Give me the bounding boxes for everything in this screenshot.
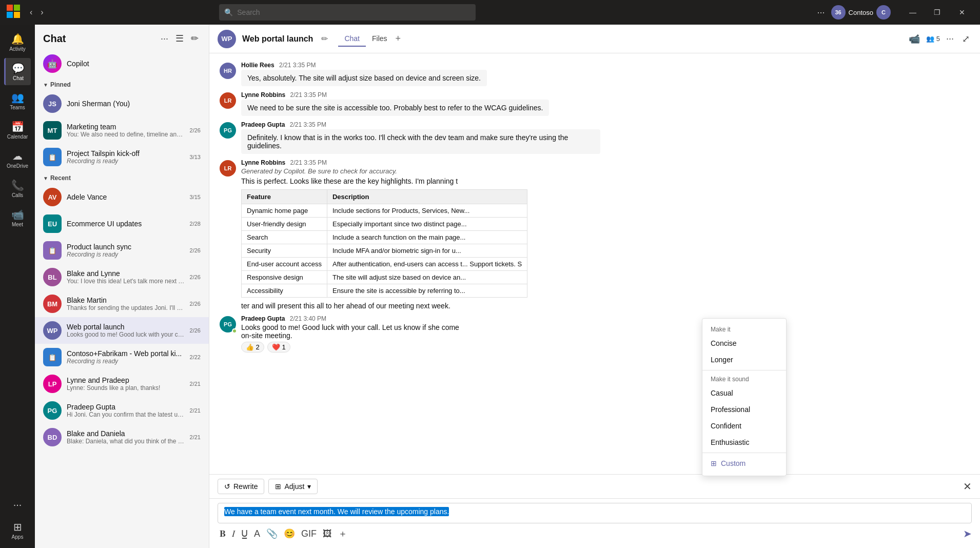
- dropdown-custom[interactable]: ⊞ Custom: [702, 455, 786, 472]
- close-rewrite-button[interactable]: ✕: [963, 480, 972, 493]
- chat-item-contoso[interactable]: 📋 Contoso+Fabrikam - Web portal ki... Re…: [35, 344, 209, 370]
- onedrive-icon: ☁: [12, 150, 23, 162]
- sidebar-item-teams[interactable]: 👥 Teams: [4, 87, 31, 114]
- chat-item-marketing[interactable]: MT Marketing team You: We also need to d…: [35, 117, 209, 144]
- chat-item-web-portal[interactable]: WP Web portal launch Looks good to me! G…: [35, 317, 209, 344]
- emoji-button[interactable]: 😊: [282, 526, 297, 541]
- format-bold-button[interactable]: 𝐁: [218, 526, 228, 541]
- chat-header: WP Web portal launch ✏ Chat Files + 📹 👥 …: [209, 25, 980, 53]
- msg-time-pradeep1: 2/21 3:35 PM: [290, 121, 326, 128]
- header-more-button[interactable]: ···: [944, 31, 956, 46]
- more-icon[interactable]: ···: [817, 7, 825, 18]
- chat-item-lynne-pradeep[interactable]: LP Lynne and Pradeep Lynne: Sounds like …: [35, 370, 209, 397]
- tab-chat[interactable]: Chat: [338, 31, 366, 47]
- compose-input[interactable]: We have a team event next month. We will…: [218, 503, 972, 523]
- chat-icon: 💬: [12, 62, 25, 74]
- sidebar-item-calendar[interactable]: 📅 Calendar: [4, 116, 31, 144]
- new-chat-button[interactable]: ✏: [189, 31, 201, 46]
- rewrite-button[interactable]: ↺ Rewrite: [218, 479, 264, 494]
- message-pradeep2: PG Pradeep Gupta 2/21 3:40 PM Looks good…: [220, 315, 970, 353]
- filter-button[interactable]: ☰: [173, 31, 186, 46]
- sticker-button[interactable]: 🖼: [321, 526, 334, 541]
- chat-item-product-launch[interactable]: 📋 Product launch sync Recording is ready…: [35, 237, 209, 264]
- chat-avatar-adele: AV: [43, 188, 62, 206]
- attach-button[interactable]: 📎: [264, 526, 280, 541]
- blake-lynne-name: Blake and Lynne: [67, 269, 185, 278]
- compose-area: We have a team event next month. We will…: [209, 498, 980, 548]
- reaction-thumbs-up[interactable]: 👍 2: [241, 342, 264, 353]
- blake-lynne-time: 2/26: [190, 274, 201, 280]
- sidebar-item-meet[interactable]: 📹 Meet: [4, 204, 31, 231]
- table-row: Search Include a search function on the …: [242, 231, 527, 244]
- chat-item-blake-lynne[interactable]: BL Blake and Lynne You: I love this idea…: [35, 264, 209, 290]
- web-portal-name: Web portal launch: [67, 323, 185, 331]
- video-call-button[interactable]: 📹: [907, 31, 922, 47]
- pradeep-name: Pradeep Gupta: [67, 403, 185, 411]
- sidebar-item-activity[interactable]: 🔔 Activity: [4, 29, 31, 56]
- chat-item-blake-martin[interactable]: BM Blake Martin Thanks for sending the u…: [35, 290, 209, 317]
- chat-avatar-pradeep: PG: [43, 401, 62, 420]
- chat-more-button[interactable]: ···: [159, 31, 170, 46]
- table-cell: The site will adjust size based on devic…: [327, 271, 527, 284]
- chat-info-project: Project Tailspin kick-off Recording is r…: [67, 149, 185, 165]
- gif-button[interactable]: GIF: [299, 526, 319, 541]
- dropdown-professional[interactable]: Professional: [702, 401, 786, 418]
- chat-info-contoso: Contoso+Fabrikam - Web portal ki... Reco…: [67, 349, 185, 365]
- chat-item-blake-daniela[interactable]: BD Blake and Daniela Blake: Daniela, wha…: [35, 424, 209, 451]
- chat-item-joni[interactable]: JS Joni Sherman (You): [35, 90, 209, 117]
- search-bar[interactable]: 🔍: [219, 4, 476, 21]
- back-button[interactable]: ‹: [27, 6, 35, 19]
- user-profile[interactable]: 36 Contoso C: [831, 5, 891, 19]
- dropdown-concise[interactable]: Concise: [702, 335, 786, 351]
- table-row: User-friendly design Especially importan…: [242, 218, 527, 231]
- dropdown-longer[interactable]: Longer: [702, 351, 786, 368]
- search-input[interactable]: [237, 8, 471, 16]
- main-layout: 🔔 Activity 💬 Chat 👥 Teams 📅 Calendar ☁ O…: [0, 25, 980, 548]
- adjust-button[interactable]: ⊞ Adjust ▾: [268, 479, 318, 494]
- sidebar-item-apps[interactable]: ⊞ Apps: [4, 517, 31, 544]
- close-button[interactable]: ✕: [950, 4, 974, 21]
- expand-button[interactable]: ⤢: [960, 31, 972, 47]
- chat-item-project[interactable]: 📋 Project Tailspin kick-off Recording is…: [35, 144, 209, 170]
- marketing-name: Marketing team: [67, 123, 185, 131]
- send-button[interactable]: ➤: [963, 527, 972, 540]
- sidebar-item-more[interactable]: ···: [4, 495, 31, 515]
- dropdown-confident[interactable]: Confident: [702, 418, 786, 434]
- font-button[interactable]: A: [252, 526, 262, 541]
- copilot-name: Copilot: [67, 60, 89, 68]
- chat-rail-label: Chat: [13, 75, 24, 81]
- table-cell: Ensure the site is accessible by referri…: [327, 284, 527, 298]
- pradeep-preview: Hi Joni. Can you confirm that the latest…: [67, 411, 185, 418]
- dropdown-enthusiastic[interactable]: Enthusiastic: [702, 434, 786, 451]
- user-name: Contoso: [849, 9, 873, 16]
- format-underline-button[interactable]: U̲: [239, 526, 250, 541]
- add-button[interactable]: ＋: [336, 525, 349, 542]
- copilot-chat-item[interactable]: 🤖 Copilot: [35, 50, 209, 77]
- contoso-name: Contoso+Fabrikam - Web portal ki...: [67, 349, 185, 358]
- chat-item-ecommerce[interactable]: EU Ecommerce UI updates 2/28: [35, 210, 209, 237]
- chat-item-pradeep[interactable]: PG Pradeep Gupta Hi Joni. Can you confir…: [35, 397, 209, 424]
- format-italic-button[interactable]: 𝐼: [230, 526, 237, 541]
- nav-controls: ‹ ›: [27, 6, 47, 19]
- activity-label: Activity: [9, 46, 26, 52]
- sidebar-item-chat[interactable]: 💬 Chat: [4, 58, 31, 85]
- msg-bubble-lynne1: We need to be sure the site is accessibl…: [241, 100, 549, 116]
- sidebar-item-onedrive[interactable]: ☁ OneDrive: [4, 146, 31, 173]
- product-name: Product launch sync: [67, 243, 185, 251]
- reaction-heart[interactable]: ❤️ 1: [267, 342, 290, 353]
- minimize-button[interactable]: —: [901, 4, 925, 21]
- sidebar-item-calls[interactable]: 📞 Calls: [4, 175, 31, 202]
- marketing-preview: You: We also need to define, timeline an…: [67, 131, 185, 138]
- dropdown-casual[interactable]: Casual: [702, 385, 786, 401]
- chat-item-adele[interactable]: AV Adele Vance 3/15: [35, 184, 209, 210]
- maximize-button[interactable]: ❐: [926, 4, 949, 21]
- chat-info-lynne-pradeep: Lynne and Pradeep Lynne: Sounds like a p…: [67, 376, 185, 392]
- msg-sender-pradeep2: Pradeep Gupta: [241, 315, 285, 322]
- forward-button[interactable]: ›: [37, 6, 46, 19]
- edit-name-icon[interactable]: ✏: [321, 34, 328, 44]
- tab-files[interactable]: Files: [366, 31, 394, 47]
- message-lynne1: LR Lynne Robbins 2/21 3:35 PM We need to…: [220, 91, 970, 116]
- add-tab-button[interactable]: +: [394, 31, 403, 47]
- marketing-time: 2/26: [190, 127, 201, 133]
- table-cell: Dynamic home page: [242, 204, 327, 218]
